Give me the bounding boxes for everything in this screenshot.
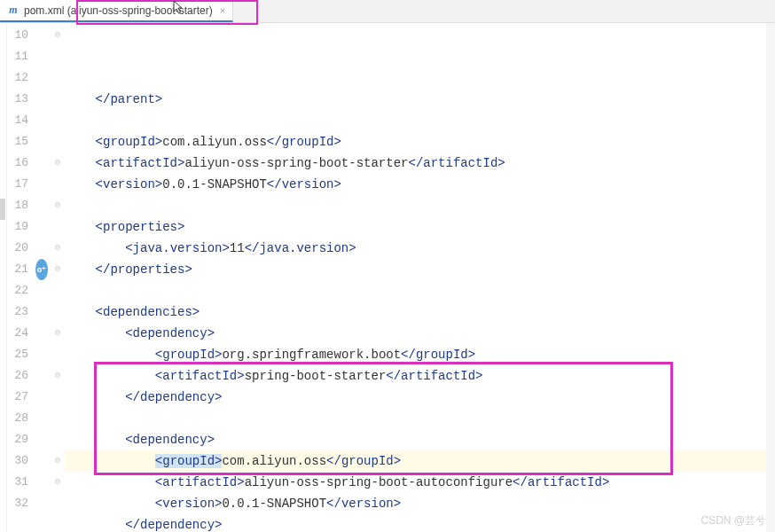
code-tag: <artifactId> [96,156,185,170]
code-line[interactable]: </parent> [66,89,775,110]
code-tag: </groupId> [401,348,475,362]
gutter-badge-slot [34,195,50,216]
fold-mark[interactable] [50,429,66,450]
fold-mark[interactable] [50,67,66,89]
code-line[interactable]: <artifactId>aliyun-oss-spring-boot-autoc… [66,472,775,493]
code-text: com.aliyun.oss [162,135,267,149]
close-icon[interactable]: × [220,5,225,16]
line-number: 26 [7,365,28,387]
fold-mark[interactable] [50,344,66,365]
code-line[interactable] [66,408,775,429]
gutter-badge-slot [34,429,50,450]
fold-mark[interactable] [50,89,66,110]
code-line[interactable]: <dependencies> [66,301,775,323]
gutter-badge-slot [34,450,50,472]
code-line[interactable] [66,280,775,301]
gutter-badge-slot [34,46,50,67]
gutter-badge-slot [34,472,50,493]
code-tag: <dependency> [125,433,215,447]
code-line[interactable] [66,110,775,131]
code-line[interactable]: <artifactId>spring-boot-starter</artifac… [66,365,775,387]
line-number: 23 [7,301,28,323]
gutter-badge-slot [34,131,50,153]
line-number: 24 [7,323,28,344]
code-line[interactable]: <dependency> [66,429,775,450]
gutter-badge-slot [34,344,50,365]
fold-mark[interactable] [50,131,66,153]
line-number: 13 [7,89,28,110]
gutter-badge-slot [34,110,50,131]
fold-mark[interactable] [50,493,66,514]
maven-icon: m [7,4,20,17]
line-number: 27 [7,387,28,408]
code-tag: </java.version> [245,241,356,255]
line-number: 22 [7,280,28,301]
fold-mark[interactable] [50,174,66,195]
gutter-badge-slot [34,238,50,259]
fold-mark[interactable]: ⊖ [50,153,66,174]
code-line[interactable]: </dependency> [66,387,775,408]
code-line[interactable]: <version>0.0.1-SNAPSHOT</version> [66,493,775,514]
code-line[interactable]: <version>0.0.1-SNAPSHOT</version> [66,174,775,195]
line-number: 16 [7,153,28,174]
code-line[interactable]: <dependency> [66,323,775,344]
gutter-badge-slot [34,408,50,429]
line-number: 28 [7,408,28,429]
line-numbers: 1011121314151617181920212223242526272829… [7,23,34,532]
code-text: org.springframework.boot [222,348,401,362]
fold-mark[interactable] [50,110,66,131]
code-line[interactable]: <artifactId>aliyun-oss-spring-boot-start… [66,153,775,174]
gutter-badge-slot [34,25,50,46]
code-tag: <version> [96,177,163,192]
watermark: CSDN @芸兮 [701,513,766,528]
code-line[interactable]: <java.version>11</java.version> [66,238,775,259]
gutter-badge-slot [34,216,50,238]
fold-column: ⊖⊖⊖⊖⊖⊖⊖⊖⊖ [50,23,66,532]
code-tag: </artifactId> [513,475,609,489]
fold-mark[interactable] [50,387,66,408]
code-line[interactable]: <groupId>com.aliyun.oss</groupId> [66,131,775,153]
file-tab[interactable]: m pom.xml (aliyun-oss-spring-boot-starte… [0,0,233,22]
code-line[interactable]: <groupId>org.springframework.boot</group… [66,344,775,365]
gutter-badge-slot [34,89,50,110]
gutter-badge-slot [34,67,50,89]
code-tag: <version> [155,497,223,511]
fold-mark[interactable] [50,216,66,238]
fold-mark[interactable]: ⊖ [50,323,66,344]
code-tag: <groupId> [155,348,223,362]
tab-filename: pom.xml (aliyun-oss-spring-boot-starter) [24,4,213,17]
fold-mark[interactable]: ⊖ [50,450,66,472]
fold-mark[interactable]: ⊖ [50,195,66,216]
code-text: com.aliyun.oss [222,454,326,468]
code-area[interactable]: </parent> <groupId>com.aliyun.oss</group… [66,23,775,532]
code-tag: </groupId> [326,454,401,468]
gutter-badge-slot [34,365,50,387]
code-line[interactable] [66,195,775,216]
fold-mark[interactable] [50,408,66,429]
fold-mark[interactable] [50,46,66,67]
editor[interactable]: 1011121314151617181920212223242526272829… [0,23,775,532]
code-tag: </parent> [96,92,163,106]
fold-mark[interactable]: ⊖ [50,25,66,46]
gutter-badge-slot [34,493,50,514]
gutter-badge-slot [34,301,50,323]
line-number: 25 [7,344,28,365]
scrollbar-vertical[interactable] [766,23,775,532]
fold-mark[interactable]: ⊖ [50,472,66,493]
code-tag: </artifactId> [386,369,482,383]
fold-mark[interactable] [50,280,66,301]
code-line[interactable]: </properties> [66,259,775,280]
line-number: 18 [7,195,28,216]
code-text: aliyun-oss-spring-boot-autoconfigure [245,475,513,489]
code-tag: </properties> [96,262,192,277]
line-number: 11 [7,46,28,67]
fold-mark[interactable]: ⊖ [50,365,66,387]
code-line[interactable]: <groupId>com.aliyun.oss</groupId> [66,450,775,472]
bean-badge-icon[interactable]: o⁺ [35,259,48,280]
fold-mark[interactable]: ⊖ [50,259,66,280]
line-number: 31 [7,472,28,493]
fold-mark[interactable]: ⊖ [50,238,66,259]
code-line[interactable]: </dependency> [66,514,775,532]
fold-mark[interactable] [50,301,66,323]
code-line[interactable]: <properties> [66,216,775,238]
